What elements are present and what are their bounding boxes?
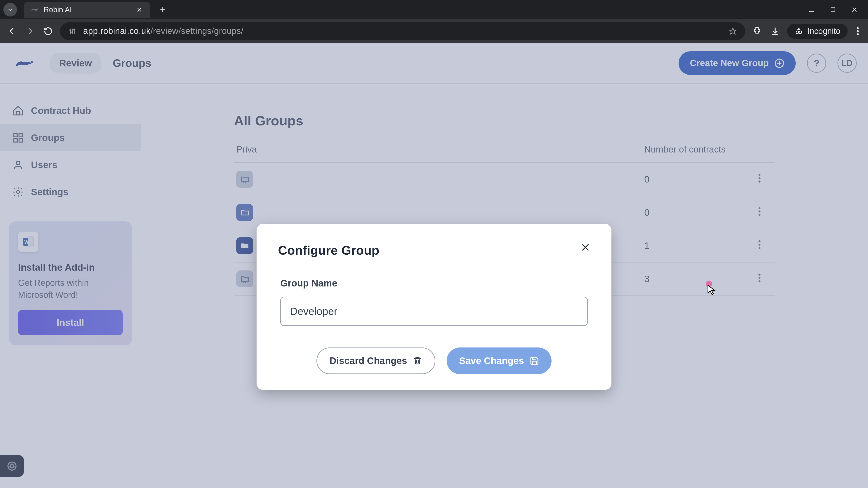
- svg-point-20: [857, 27, 859, 29]
- back-button[interactable]: [6, 25, 18, 37]
- group-name-input[interactable]: [280, 297, 588, 326]
- url-bar[interactable]: app.robinai.co.uk/review/settings/groups…: [60, 22, 745, 40]
- browser-tab-bar: Robin AI: [0, 0, 868, 19]
- save-icon: [530, 356, 539, 365]
- browser-address-bar: app.robinai.co.uk/review/settings/groups…: [0, 19, 868, 43]
- svg-point-11: [70, 29, 71, 31]
- save-btn-label: Save Changes: [459, 355, 524, 366]
- window-close-button[interactable]: [850, 5, 859, 14]
- extensions-icon[interactable]: [751, 25, 763, 37]
- svg-point-12: [72, 31, 73, 33]
- window-minimize-button[interactable]: [807, 5, 816, 14]
- save-changes-button[interactable]: Save Changes: [447, 348, 552, 374]
- svg-rect-5: [831, 8, 835, 12]
- tab-favicon-icon: [31, 6, 39, 14]
- new-tab-button[interactable]: [156, 3, 169, 17]
- tab-close-button[interactable]: [135, 5, 144, 14]
- forward-button[interactable]: [24, 25, 36, 37]
- svg-point-22: [857, 33, 859, 35]
- tab-search-button[interactable]: [3, 3, 17, 17]
- incognito-chip[interactable]: Incognito: [787, 24, 848, 39]
- svg-point-13: [74, 29, 75, 30]
- tab-title: Robin AI: [43, 5, 130, 14]
- discard-btn-label: Discard Changes: [330, 355, 407, 366]
- modal-close-button[interactable]: [579, 240, 592, 254]
- site-settings-icon[interactable]: [68, 27, 77, 36]
- discard-changes-button[interactable]: Discard Changes: [316, 348, 435, 374]
- svg-point-18: [799, 31, 802, 34]
- trash-icon: [413, 356, 422, 365]
- window-maximize-button[interactable]: [829, 5, 837, 14]
- svg-marker-14: [730, 28, 736, 34]
- browser-menu-button[interactable]: [853, 27, 862, 36]
- incognito-label: Incognito: [807, 26, 840, 36]
- svg-point-21: [857, 30, 859, 32]
- reload-button[interactable]: [42, 25, 54, 37]
- configure-group-modal: Configure Group Group Name Discard Chang…: [256, 224, 612, 390]
- incognito-icon: [794, 27, 803, 36]
- downloads-icon[interactable]: [769, 25, 781, 37]
- browser-tab[interactable]: Robin AI: [24, 2, 150, 18]
- bookmark-icon[interactable]: [728, 27, 737, 36]
- modal-title: Configure Group: [278, 243, 590, 258]
- url-text: app.robinai.co.uk/review/settings/groups…: [83, 26, 243, 36]
- svg-point-17: [796, 31, 799, 34]
- group-name-label: Group Name: [278, 278, 590, 289]
